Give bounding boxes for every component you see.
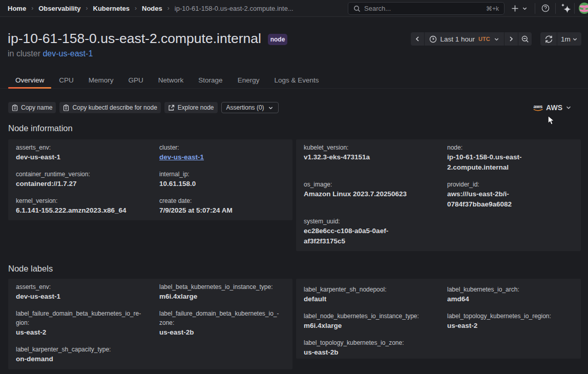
svg-text:aws: aws [534, 104, 543, 109]
